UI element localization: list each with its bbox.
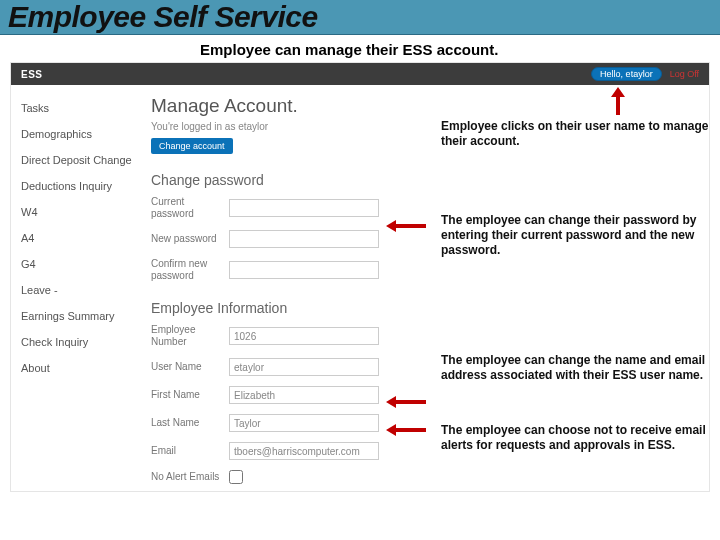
app-brand: ESS <box>21 69 43 80</box>
logoff-link[interactable]: Log Off <box>670 69 699 79</box>
app-topbar: ESS Hello, etaylor Log Off <box>11 63 709 85</box>
user-name-pill[interactable]: Hello, etaylor <box>591 67 662 81</box>
new-password-input[interactable] <box>229 230 379 248</box>
sidebar-item-a4[interactable]: A4 <box>21 225 141 251</box>
sidebar-item-direct-deposit[interactable]: Direct Deposit Change <box>21 147 141 173</box>
change-account-button[interactable]: Change account <box>151 138 233 154</box>
username-input[interactable] <box>229 358 379 376</box>
lastname-input[interactable] <box>229 414 379 432</box>
lastname-label: Last Name <box>151 417 229 429</box>
current-password-input[interactable] <box>229 199 379 217</box>
sidebar-item-earnings[interactable]: Earnings Summary <box>21 303 141 329</box>
no-alert-label: No Alert Emails <box>151 471 229 483</box>
current-password-label: Current password <box>151 196 229 220</box>
firstname-label: First Name <box>151 389 229 401</box>
page-subtitle: Employee can manage their ESS account. <box>0 35 720 62</box>
email-input[interactable] <box>229 442 379 460</box>
confirm-password-label: Confirm new password <box>151 258 229 282</box>
sidebar-item-about[interactable]: About <box>21 355 141 381</box>
firstname-input[interactable] <box>229 386 379 404</box>
svg-marker-2 <box>386 396 426 408</box>
employee-info-heading: Employee Information <box>151 300 709 316</box>
sidebar-item-tasks[interactable]: Tasks <box>21 95 141 121</box>
page-title: Employee Self Service <box>8 0 712 34</box>
sidebar-item-check-inquiry[interactable]: Check Inquiry <box>21 329 141 355</box>
manage-account-heading: Manage Account. <box>151 95 709 117</box>
sidebar-item-demographics[interactable]: Demographics <box>21 121 141 147</box>
ess-app-screenshot: ESS Hello, etaylor Log Off Tasks Demogra… <box>10 62 710 492</box>
employee-number-label: Employee Number <box>151 324 229 348</box>
sidebar-item-g4[interactable]: G4 <box>21 251 141 277</box>
svg-marker-0 <box>611 87 625 115</box>
no-alert-checkbox[interactable] <box>229 470 243 484</box>
arrow-up-icon <box>611 87 625 115</box>
sidebar-item-deductions[interactable]: Deductions Inquiry <box>21 173 141 199</box>
sidebar: Tasks Demographics Direct Deposit Change… <box>11 85 141 491</box>
username-label: User Name <box>151 361 229 373</box>
confirm-password-input[interactable] <box>229 261 379 279</box>
employee-number-input[interactable] <box>229 327 379 345</box>
sidebar-item-leave[interactable]: Leave - <box>21 277 141 303</box>
sidebar-item-w4[interactable]: W4 <box>21 199 141 225</box>
new-password-label: New password <box>151 233 229 245</box>
change-password-heading: Change password <box>151 172 709 188</box>
arrow-left-icon <box>386 220 426 232</box>
arrow-left-icon <box>386 424 426 436</box>
svg-marker-1 <box>386 220 426 232</box>
title-bar: Employee Self Service <box>0 0 720 35</box>
email-label: Email <box>151 445 229 457</box>
logged-in-text: You're logged in as etaylor <box>151 121 709 132</box>
svg-marker-3 <box>386 424 426 436</box>
content-area: Manage Account. You're logged in as etay… <box>151 85 709 491</box>
arrow-left-icon <box>386 396 426 408</box>
